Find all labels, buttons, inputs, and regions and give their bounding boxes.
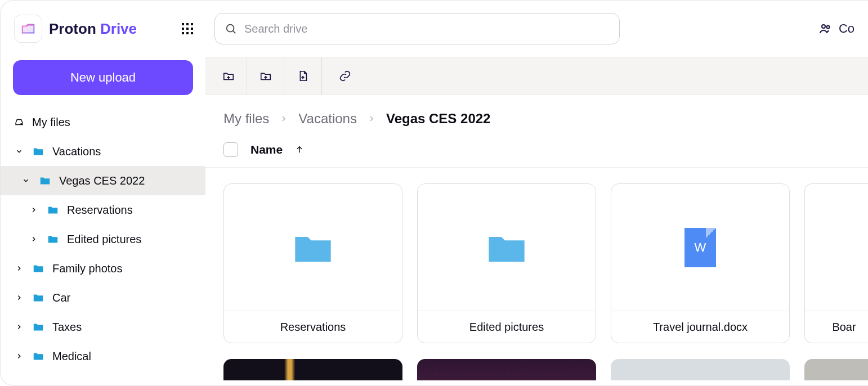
svg-point-12 bbox=[826, 26, 829, 29]
folder-icon bbox=[32, 291, 44, 304]
select-all-checkbox[interactable] bbox=[223, 142, 238, 157]
chevron-right-icon bbox=[279, 114, 288, 123]
chevron-right-icon bbox=[29, 235, 39, 243]
svg-rect-7 bbox=[186, 32, 189, 34]
app-logo-text: Proton Drive bbox=[49, 20, 137, 38]
image-thumbnail[interactable] bbox=[611, 359, 790, 380]
folder-icon bbox=[47, 233, 59, 245]
column-name-header[interactable]: Name bbox=[250, 143, 283, 156]
sort-ascending-icon[interactable] bbox=[295, 145, 304, 154]
sidebar-item-taxes[interactable]: Taxes bbox=[1, 312, 205, 342]
svg-rect-4 bbox=[186, 28, 189, 30]
chevron-right-icon bbox=[14, 323, 24, 331]
image-thumbnail[interactable] bbox=[223, 359, 402, 380]
sidebar-item-vegas-ces-2022[interactable]: Vegas CES 2022 bbox=[1, 166, 205, 195]
sidebar-item-car[interactable]: Car bbox=[1, 283, 205, 312]
people-icon[interactable] bbox=[818, 22, 832, 35]
file-card-travel-journal[interactable]: W Travel journal.docx bbox=[611, 183, 790, 343]
chevron-right-icon bbox=[14, 264, 24, 272]
folder-icon bbox=[32, 262, 44, 275]
sidebar-item-label: Family photos bbox=[52, 262, 123, 275]
chevron-right-icon bbox=[14, 294, 24, 302]
upload-folder-button[interactable] bbox=[247, 57, 284, 95]
svg-point-13 bbox=[21, 123, 21, 124]
svg-point-9 bbox=[227, 25, 234, 32]
chevron-right-icon bbox=[367, 114, 376, 123]
apps-grid-icon[interactable] bbox=[176, 17, 199, 40]
breadcrumb-mid[interactable]: Vacations bbox=[298, 111, 357, 127]
new-upload-button[interactable]: New upload bbox=[13, 60, 193, 95]
sidebar-item-label: Vacations bbox=[52, 145, 101, 158]
svg-line-10 bbox=[233, 31, 235, 33]
chevron-down-icon bbox=[14, 147, 24, 155]
sidebar-item-label: Reservations bbox=[67, 204, 133, 217]
search-input[interactable] bbox=[214, 13, 620, 44]
share-link-button[interactable] bbox=[326, 57, 364, 95]
sidebar-item-vacations[interactable]: Vacations bbox=[1, 137, 205, 166]
header-collaborate-label[interactable]: Co bbox=[839, 21, 854, 36]
svg-rect-2 bbox=[191, 23, 193, 25]
sidebar-item-family-photos[interactable]: Family photos bbox=[1, 254, 205, 283]
image-thumbnail[interactable] bbox=[417, 359, 596, 380]
sidebar-item-label: Edited pictures bbox=[67, 233, 141, 246]
sidebar-item-label: My files bbox=[32, 116, 70, 129]
breadcrumb-root[interactable]: My files bbox=[223, 111, 269, 127]
sidebar-item-label: Taxes bbox=[52, 321, 82, 334]
sidebar-item-label: Car bbox=[52, 291, 70, 304]
folder-icon bbox=[32, 145, 44, 158]
folder-icon bbox=[485, 230, 528, 266]
file-card-partial[interactable]: Boar bbox=[804, 183, 868, 343]
chevron-right-icon bbox=[29, 206, 39, 214]
svg-rect-8 bbox=[191, 32, 193, 34]
breadcrumb-current: Vegas CES 2022 bbox=[386, 111, 490, 127]
file-card-edited-pictures[interactable]: Edited pictures bbox=[417, 183, 596, 343]
svg-rect-3 bbox=[182, 28, 184, 30]
svg-rect-6 bbox=[182, 32, 184, 34]
file-card-reservations[interactable]: Reservations bbox=[223, 183, 402, 343]
upload-file-button[interactable] bbox=[284, 57, 321, 95]
file-card-label: Travel journal.docx bbox=[611, 311, 789, 343]
file-card-label: Reservations bbox=[224, 311, 402, 343]
sidebar-item-medical[interactable]: Medical bbox=[1, 342, 205, 371]
folder-icon bbox=[47, 204, 59, 216]
file-card-label: Edited pictures bbox=[418, 311, 596, 343]
new-folder-button[interactable] bbox=[210, 57, 247, 95]
search-icon bbox=[225, 23, 237, 35]
drive-icon bbox=[14, 116, 24, 128]
svg-rect-5 bbox=[191, 28, 193, 30]
file-card-label: Boar bbox=[805, 311, 868, 343]
sidebar-item-label: Vegas CES 2022 bbox=[59, 174, 145, 187]
sidebar-item-label: Medical bbox=[52, 350, 91, 363]
breadcrumb: My files Vacations Vegas CES 2022 bbox=[205, 95, 868, 138]
sidebar-item-edited-pictures[interactable]: Edited pictures bbox=[1, 225, 205, 254]
chevron-down-icon bbox=[21, 177, 31, 185]
app-logo-icon[interactable] bbox=[14, 15, 42, 43]
sidebar-item-reservations[interactable]: Reservations bbox=[1, 195, 205, 225]
folder-icon bbox=[292, 230, 334, 266]
folder-icon bbox=[32, 321, 44, 333]
sidebar-item-my-files[interactable]: My files bbox=[1, 107, 205, 137]
word-document-icon: W bbox=[684, 228, 716, 267]
image-thumbnail[interactable] bbox=[804, 359, 868, 380]
svg-rect-1 bbox=[186, 23, 189, 25]
folder-icon bbox=[39, 174, 51, 187]
svg-rect-0 bbox=[182, 23, 184, 25]
svg-point-11 bbox=[822, 25, 825, 28]
folder-icon bbox=[32, 350, 44, 362]
chevron-right-icon bbox=[14, 352, 24, 360]
